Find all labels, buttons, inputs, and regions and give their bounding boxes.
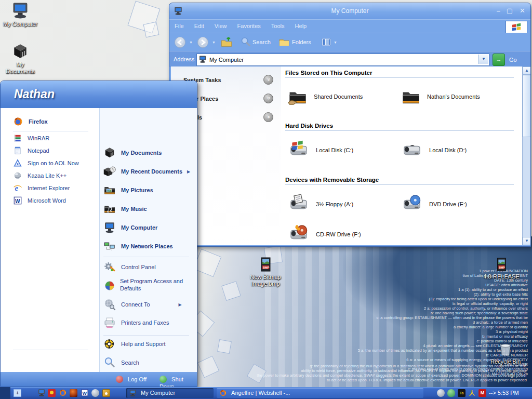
start-item-set-program-access[interactable]: Set Program Access and Defaults [103, 277, 193, 295]
local-disk-c-icon [287, 140, 310, 161]
quicklaunch-red-app-icon[interactable] [48, 389, 56, 397]
file-item-label: CD-RW Drive (F:) [316, 231, 361, 237]
file-item-label: Local Disk (C:) [316, 147, 353, 153]
desktop-icon-recycle-bin[interactable]: Recycle Bin [487, 339, 524, 365]
scroll-thumb[interactable] [523, 75, 531, 137]
search-button-icon[interactable] [240, 36, 251, 48]
up-button[interactable] [220, 36, 233, 48]
forward-button[interactable] [196, 36, 209, 49]
folders-button-icon[interactable] [278, 36, 290, 48]
file-item-label: Shared Documents [314, 94, 363, 100]
quicklaunch-firefox-icon[interactable] [59, 389, 67, 397]
start-button[interactable] [0, 387, 10, 399]
window-title: My Computer [169, 7, 530, 15]
start-item-label: My Recent Documents [121, 168, 182, 175]
taskbar-clock[interactable]: --> 5:53 PM [489, 390, 519, 396]
start-item-winrar[interactable]: WinRAR [13, 134, 49, 146]
start-item-aol[interactable]: Sign on to AOL Now [13, 158, 79, 171]
tray-swirl-icon[interactable] [437, 389, 445, 397]
taskbar-task-angelfire[interactable]: Angelfire | Webshell -... [217, 388, 423, 398]
tray-ta-icon[interactable]: Ta [458, 389, 466, 397]
desktop-icon-my-documents[interactable]: My Documents [2, 43, 38, 75]
menu-edit[interactable]: Edit [194, 23, 204, 29]
file-item-cdrw-f[interactable]: CD-RW Drive (F:) [287, 224, 361, 245]
collapse-chevron-button[interactable]: » [263, 112, 273, 122]
start-item-microsoft-word[interactable]: Microsoft Word [13, 196, 66, 208]
go-button[interactable]: → Go [493, 54, 517, 66]
views-button-icon[interactable] [321, 37, 331, 47]
vertical-scrollbar[interactable]: ▲ ▼ [522, 66, 531, 245]
desktop-icon-release[interactable]: 4.8-RELEASE [483, 257, 520, 280]
start-item-notepad[interactable]: Notepad [13, 146, 49, 158]
file-item-shared-documents[interactable]: Shared Documents [287, 87, 363, 107]
shut-down-button[interactable]: Shut Down [159, 376, 197, 387]
maximize-button[interactable]: ▢ [507, 7, 513, 15]
back-dropdown-caret[interactable]: ▼ [189, 41, 193, 44]
search-button-label[interactable]: Search [252, 39, 271, 45]
file-item-nathans-documents[interactable]: Nathan's Documents [401, 87, 480, 107]
start-item-internet-explorer[interactable]: Internet Explorer [13, 183, 70, 196]
start-item-firefox[interactable]: Firefox [13, 116, 48, 129]
file-item-local-disk-d[interactable]: Local Disk (D:) [401, 140, 467, 161]
start-item-my-music[interactable]: My Music [103, 203, 147, 215]
start-item-label: My Pictures [121, 187, 153, 193]
desktop-icon-my-computer[interactable]: My Computer [2, 1, 38, 28]
menu-view[interactable]: View [215, 23, 227, 29]
file-item-floppy-a[interactable]: 3½ Floppy (A:) [287, 194, 353, 215]
control-panel-icon [103, 261, 116, 273]
address-dropdown-button[interactable]: ▼ [478, 55, 488, 64]
taskbar-task-my-computer[interactable]: My Computer [126, 388, 214, 398]
file-item-local-disk-c[interactable]: Local Disk (C:) [287, 140, 353, 161]
desktop-icon-new-bitmap[interactable]: New Bitmap Image.bmp [247, 256, 284, 287]
start-item-search[interactable]: Search [103, 356, 139, 369]
tray-messenger-icon[interactable] [447, 389, 455, 397]
start-item-my-documents[interactable]: My Documents [103, 147, 162, 159]
title-bar[interactable]: My Computer – ▢ ✕ [169, 3, 530, 19]
menu-help[interactable]: Help [295, 23, 307, 29]
quicklaunch-word-icon[interactable] [81, 389, 89, 397]
quicklaunch-kazaa-icon[interactable] [70, 389, 77, 397]
address-item-icon [198, 55, 207, 63]
views-dropdown-caret[interactable]: ▼ [334, 41, 337, 44]
tray-mcafee-icon[interactable]: M [478, 389, 486, 397]
start-item-label: Control Panel [121, 264, 156, 270]
start-menu-username: Nathan [14, 87, 55, 101]
start-item-my-recent-documents[interactable]: My Recent Documents ▶ [103, 165, 190, 178]
start-item-my-computer[interactable]: My Computer [103, 221, 157, 234]
desktop-icon-label: Recycle Bin [487, 358, 524, 365]
internet-explorer-icon [13, 183, 22, 193]
file-item-dvd-e[interactable]: DVD Drive (E:) [401, 194, 467, 215]
back-button[interactable] [174, 36, 187, 49]
start-item-label: Search [121, 360, 139, 366]
quicklaunch-key-icon[interactable] [102, 389, 110, 397]
start-item-label: Help and Support [121, 341, 166, 347]
collapse-chevron-button[interactable]: » [263, 75, 273, 85]
collapse-chevron-button[interactable]: » [263, 94, 273, 103]
close-button[interactable]: ✕ [520, 7, 525, 15]
start-item-help-and-support[interactable]: Help and Support [103, 338, 166, 350]
dropdown-caret-icon: ▼ [482, 57, 486, 61]
menu-favorites[interactable]: Favorites [237, 23, 261, 29]
quicklaunch-my-computer-icon[interactable] [37, 389, 46, 397]
minimize-button[interactable]: – [497, 7, 500, 15]
file-item-label: DVD Drive (E:) [429, 201, 467, 207]
my-documents-icon [11, 43, 29, 60]
taskbar-plus-button[interactable]: + [14, 389, 21, 397]
recent-documents-icon [103, 165, 116, 178]
start-item-printers-and-faxes[interactable]: Printers and Faxes [103, 316, 169, 329]
start-item-control-panel[interactable]: Control Panel [103, 261, 156, 273]
menu-file[interactable]: File [175, 23, 184, 29]
start-item-my-network-places[interactable]: My Network Places [103, 240, 173, 252]
forward-dropdown-caret[interactable]: ▼ [212, 41, 216, 44]
start-item-connect-to[interactable]: Connect To ▶ [103, 298, 182, 311]
address-input[interactable]: My Computer ▼ [196, 54, 489, 66]
quicklaunch-swirl-icon[interactable] [91, 389, 99, 397]
scroll-up-button[interactable]: ▲ [523, 66, 531, 75]
menu-tools[interactable]: Tools [271, 23, 285, 29]
start-item-my-pictures[interactable]: My Pictures [103, 184, 153, 196]
folders-button-label[interactable]: Folders [292, 39, 311, 45]
scroll-down-button[interactable]: ▼ [523, 237, 531, 245]
log-off-button[interactable]: Log Off [116, 376, 147, 383]
start-item-kazaa[interactable]: Kazaa Lite K++ [13, 171, 66, 183]
tray-aim-icon[interactable]: 人 [468, 389, 476, 397]
